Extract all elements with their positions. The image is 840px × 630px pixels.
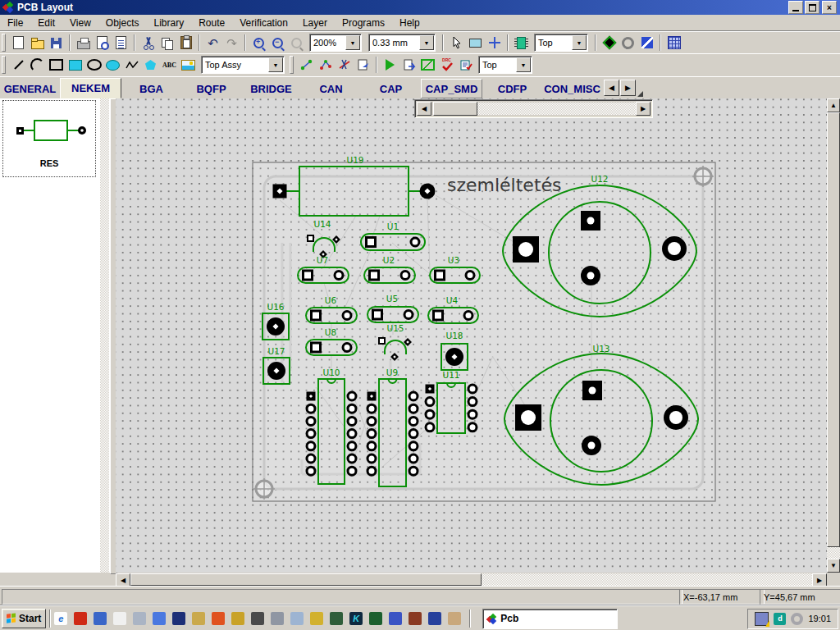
chevron-down-icon[interactable]: ▼ — [345, 35, 360, 50]
undo-button[interactable]: ↶ — [203, 34, 222, 52]
new-button[interactable] — [9, 34, 28, 52]
menu-item-objects[interactable]: Objects — [98, 16, 147, 30]
library-tab-bga[interactable]: BGA — [121, 79, 181, 98]
draw-line-button[interactable] — [9, 56, 28, 74]
quicklaunch-image-viewer-icon[interactable] — [330, 612, 343, 625]
vertical-scrollbar[interactable]: ▲ ▼ — [827, 98, 840, 573]
place-text-button[interactable]: ABC — [160, 56, 179, 74]
paste-button[interactable] — [176, 34, 195, 52]
toolbar-grip[interactable] — [2, 34, 6, 52]
chevron-down-icon[interactable]: ▼ — [419, 35, 434, 50]
tab-scroll-right-button[interactable]: ▶ — [620, 80, 636, 96]
view-mode-combo[interactable]: Top Assy ▼ — [201, 56, 285, 74]
library-tab-bridge[interactable]: BRIDGE — [241, 79, 301, 98]
unroute-button[interactable] — [335, 56, 354, 74]
toolbar-grip[interactable] — [2, 56, 6, 74]
quicklaunch-mail-client-icon[interactable] — [94, 612, 107, 625]
tab-scroll-left-button[interactable]: ◀ — [604, 80, 619, 96]
place-image-button[interactable] — [179, 56, 198, 74]
library-panel-scrollbar[interactable] — [100, 98, 109, 573]
horizontal-scrollbar[interactable]: ◀ ▶ — [116, 573, 827, 586]
close-button[interactable]: × — [822, 1, 837, 14]
scrollbar-thumb[interactable] — [130, 573, 482, 586]
quicklaunch-system-tool-icon[interactable] — [271, 612, 284, 625]
draw-arc-button[interactable] — [28, 56, 47, 74]
library-component-cell[interactable]: RES — [2, 100, 96, 177]
menu-item-help[interactable]: Help — [392, 16, 427, 30]
library-tab-can[interactable]: CAN — [301, 79, 361, 98]
route-layer-combo[interactable]: Top ▼ — [478, 56, 532, 74]
quicklaunch-photo-camera-icon[interactable] — [310, 612, 323, 625]
tab-overflow-corner[interactable] — [637, 91, 643, 97]
quicklaunch-media-player-red-icon[interactable] — [74, 612, 87, 625]
copper-pour-button[interactable] — [418, 56, 437, 74]
menu-item-edit[interactable]: Edit — [30, 16, 62, 30]
network-warning-tray-icon[interactable] — [755, 612, 769, 626]
restore-button[interactable] — [805, 1, 819, 14]
draw-rectangle-button[interactable] — [47, 56, 66, 74]
scrollbar-track[interactable] — [482, 573, 812, 586]
quicklaunch-cd-player-icon[interactable] — [133, 612, 146, 625]
quicklaunch-notes-document-icon[interactable] — [153, 612, 166, 625]
report-button[interactable] — [112, 34, 130, 52]
start-button[interactable]: Start — [2, 609, 46, 628]
draw-ellipse-button[interactable] — [84, 56, 103, 74]
route-trace-button[interactable] — [297, 56, 316, 74]
placement-point-button[interactable] — [485, 34, 504, 52]
quicklaunch-backup-save-icon[interactable] — [428, 612, 441, 625]
select-tool-button[interactable] — [447, 34, 466, 52]
place-via-button[interactable] — [619, 34, 637, 52]
menu-item-verification[interactable]: Verification — [232, 16, 295, 30]
quicklaunch-chip-tool-icon[interactable] — [389, 612, 402, 625]
quicklaunch-installer-icon[interactable] — [409, 612, 422, 625]
edit-board-button[interactable] — [354, 56, 372, 74]
codec-tray-icon[interactable]: d — [774, 613, 786, 625]
menu-item-file[interactable]: File — [0, 16, 30, 30]
quicklaunch-emule-icon[interactable] — [448, 612, 461, 625]
save-button[interactable] — [47, 34, 66, 52]
quicklaunch-disc-burner-icon[interactable] — [192, 612, 205, 625]
menu-item-route[interactable]: Route — [191, 16, 232, 30]
menu-item-library[interactable]: Library — [147, 16, 192, 30]
library-tab-nekem[interactable]: NEKEM — [60, 78, 121, 98]
grid-size-combo[interactable]: 0.33 mm ▼ — [368, 34, 436, 52]
print-button[interactable] — [74, 34, 93, 52]
library-tab-cap_smd[interactable]: CAP_SMD — [421, 79, 482, 98]
menu-item-view[interactable]: View — [62, 16, 98, 30]
draw-filled-rectangle-button[interactable] — [66, 56, 84, 74]
quicklaunch-internet-explorer-icon[interactable]: e — [54, 612, 67, 625]
task-button-pcb[interactable]: Pcb — [482, 609, 618, 629]
scrollbar-thumb[interactable] — [827, 112, 840, 547]
redo-button[interactable]: ↷ — [222, 34, 241, 52]
copy-button[interactable] — [158, 34, 176, 52]
draw-filled-ellipse-button[interactable] — [103, 56, 122, 74]
scroll-down-button[interactable]: ▼ — [827, 559, 840, 573]
run-button[interactable] — [381, 56, 399, 74]
quicklaunch-pencil-tool-icon[interactable] — [251, 612, 264, 625]
place-trace-button[interactable] — [637, 34, 656, 52]
print-preview-button[interactable] — [93, 34, 112, 52]
canvas-pan-scrollbar[interactable]: ◀ ▶ — [414, 99, 653, 118]
scroll-left-button[interactable]: ◀ — [417, 102, 431, 116]
scrollbar-track[interactable] — [477, 103, 636, 115]
quicklaunch-green-app-icon[interactable] — [369, 612, 382, 625]
library-tab-general[interactable]: GENERAL — [0, 79, 60, 98]
zoom-level-combo[interactable]: 200% ▼ — [309, 34, 362, 52]
scroll-up-button[interactable]: ▲ — [827, 98, 840, 112]
quicklaunch-winamp-icon[interactable] — [113, 612, 126, 625]
place-pad-button[interactable] — [600, 34, 619, 52]
pcb-canvas[interactable]: U19U14U1U7U2U3U6U5U4U16U8U15U18U17U10U9U… — [116, 98, 827, 573]
drc-report-button[interactable] — [456, 56, 475, 74]
open-button[interactable] — [28, 34, 47, 52]
cut-button[interactable] — [139, 34, 158, 52]
library-tab-con_misc[interactable]: CON_MISC — [542, 79, 602, 98]
grid-toggle-button[interactable] — [664, 34, 683, 52]
library-tab-cap[interactable]: CAP — [361, 79, 421, 98]
quicklaunch-k-media-player-icon[interactable]: K — [349, 612, 363, 625]
scrollbar-thumb[interactable] — [433, 102, 477, 116]
quicklaunch-download-manager-icon[interactable] — [212, 612, 225, 625]
quicklaunch-calculator-icon[interactable] — [290, 612, 304, 625]
scroll-right-button[interactable]: ▶ — [636, 102, 651, 116]
minimize-button[interactable] — [788, 1, 803, 14]
quicklaunch-paint-brush-icon[interactable] — [231, 612, 244, 625]
